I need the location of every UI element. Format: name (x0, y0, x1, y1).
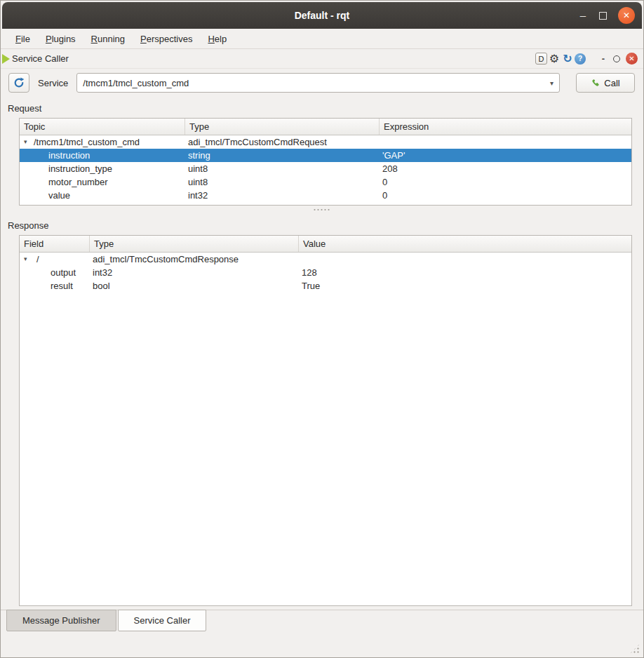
cell-type: adi_tmcl/TmcCustomCmdRequest (185, 135, 380, 149)
refresh-icon (13, 77, 25, 88)
plugin-float-button[interactable] (613, 55, 620, 62)
minimize-button[interactable]: – (578, 12, 588, 19)
help-icon[interactable]: ? (575, 53, 586, 65)
service-combo-value: /tmcm1/tmcl_custom_cmd (83, 78, 189, 88)
status-bar (1, 632, 643, 657)
menu-running[interactable]: Running (85, 31, 131, 47)
request-table-body: ▾/tmcm1/tmcl_custom_cmdadi_tmcl/TmcCusto… (20, 135, 631, 202)
refresh-services-button[interactable] (8, 73, 29, 93)
column-header-topic[interactable]: Topic (20, 119, 185, 135)
expander-icon[interactable]: ▾ (24, 253, 27, 266)
cell-type: string (185, 149, 380, 162)
rqt-window: Default - rqt – ✕ FilePluginsRunningPers… (0, 0, 644, 658)
cell-expression: 208 (380, 162, 631, 175)
call-button-label: Call (604, 78, 619, 88)
cell-expression: 0 (380, 189, 631, 202)
window-controls: – ✕ (578, 2, 635, 29)
splitter-dots-icon (313, 208, 331, 211)
cell-value (299, 253, 631, 266)
column-header-type[interactable]: Type (185, 119, 380, 135)
cell-type: adi_tmcl/TmcCustomCmdResponse (90, 253, 299, 266)
gear-icon[interactable]: ⚙ (548, 53, 561, 65)
cell-field: output (20, 266, 90, 279)
table-row[interactable]: instructionstring'GAP' (20, 149, 631, 162)
cell-type: int32 (90, 266, 299, 279)
chevron-down-icon: ▾ (550, 79, 554, 87)
cell-value: True (299, 279, 631, 293)
cell-topic: value (20, 189, 185, 202)
window-titlebar[interactable]: Default - rqt – ✕ (2, 2, 642, 29)
menu-help[interactable]: Help (201, 31, 233, 47)
tab-service-caller[interactable]: Service Caller (118, 610, 207, 631)
table-row[interactable]: instruction_typeuint8208 (20, 162, 631, 175)
cell-topic: instruction (20, 149, 185, 162)
request-table-header: TopicTypeExpression (20, 119, 631, 135)
plugin-title: Service Caller (12, 53, 69, 64)
cell-expression (380, 135, 631, 149)
expander-icon[interactable]: ▾ (24, 135, 27, 149)
table-row[interactable]: valueint320 (20, 189, 631, 202)
response-table-header: FieldTypeValue (20, 236, 631, 253)
close-button[interactable]: ✕ (618, 7, 635, 24)
table-row[interactable]: motor_numberuint80 (20, 175, 631, 189)
column-header-field[interactable]: Field (20, 236, 90, 252)
resize-grip[interactable] (629, 643, 640, 654)
menu-bar: FilePluginsRunningPerspectivesHelp (1, 29, 643, 49)
request-table: TopicTypeExpression ▾/tmcm1/tmcl_custom_… (19, 118, 632, 206)
cell-topic: ▾/tmcm1/tmcl_custom_cmd (20, 135, 185, 149)
service-toolbar: Service /tmcm1/tmcl_custom_cmd ▾ Call (1, 69, 643, 97)
request-section-label: Request (8, 103, 643, 114)
menu-perspectives[interactable]: Perspectives (134, 31, 199, 47)
column-header-type[interactable]: Type (90, 236, 299, 252)
table-row[interactable]: resultboolTrue (20, 279, 631, 293)
cell-type: uint8 (185, 175, 380, 189)
reload-plugin-icon[interactable]: ↻ (561, 53, 574, 65)
column-header-value[interactable]: Value (299, 236, 631, 252)
menu-plugins[interactable]: Plugins (39, 31, 82, 47)
plugin-title-bar: Service Caller D ⚙ ↻ ? - ✕ (1, 49, 643, 69)
cell-type: uint8 (185, 162, 380, 175)
dock-button[interactable]: D (535, 53, 547, 65)
cell-topic: instruction_type (20, 162, 185, 175)
cell-field: result (20, 279, 90, 293)
service-combo[interactable]: /tmcm1/tmcl_custom_cmd ▾ (76, 73, 560, 93)
menu-file[interactable]: File (9, 31, 36, 47)
plugin-toolbar-icons: D ⚙ ↻ ? - ✕ (535, 53, 638, 65)
cell-type: bool (90, 279, 299, 293)
plugin-minimize-button[interactable]: - (597, 53, 610, 65)
cell-type: int32 (185, 189, 380, 202)
plugin-close-button[interactable]: ✕ (626, 53, 638, 65)
cell-topic: motor_number (20, 175, 185, 189)
service-label: Service (38, 78, 68, 88)
response-table: FieldTypeValue ▾/adi_tmcl/TmcCustomCmdRe… (19, 235, 632, 606)
cell-value: 128 (299, 266, 631, 279)
plugin-play-icon (2, 54, 10, 64)
maximize-button[interactable] (599, 12, 607, 20)
table-row[interactable]: ▾/tmcm1/tmcl_custom_cmdadi_tmcl/TmcCusto… (20, 135, 631, 149)
call-button[interactable]: Call (576, 73, 635, 93)
column-header-expression[interactable]: Expression (380, 119, 631, 135)
cell-expression: 0 (380, 175, 631, 189)
cell-field: ▾/ (20, 253, 90, 266)
table-row[interactable]: ▾/adi_tmcl/TmcCustomCmdResponse (20, 253, 631, 266)
tab-message-publisher[interactable]: Message Publisher (6, 610, 116, 631)
dock-tab-bar: Message PublisherService Caller (1, 610, 643, 632)
response-section-label: Response (8, 220, 643, 231)
phone-icon (591, 78, 601, 88)
cell-expression: 'GAP' (380, 149, 631, 162)
table-row[interactable]: outputint32128 (20, 266, 631, 279)
window-title: Default - rqt (2, 2, 642, 29)
response-table-body: ▾/adi_tmcl/TmcCustomCmdResponseoutputint… (20, 253, 631, 293)
splitter-handle[interactable] (1, 206, 643, 214)
